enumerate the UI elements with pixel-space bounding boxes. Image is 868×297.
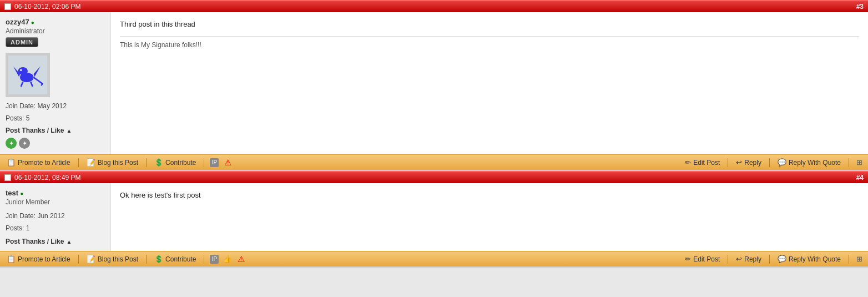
post4-reply-icon: ↩ [736, 255, 742, 263]
post-4-user-meta: Join Date: Jun 2012 Posts: 1 [6, 210, 105, 234]
post-3-header-left: 06-10-2012, 02:06 PM [4, 3, 80, 11]
post-3-multipost-icon[interactable]: ⊞ [855, 158, 864, 167]
blog-icon: 📝 [87, 158, 95, 167]
post-3-content: Third post in this thread This is My Sig… [111, 12, 868, 154]
post-3-actions-left: 📋 Promote to Article 📝 Blog this Post 💲 … [4, 157, 232, 168]
post-3-signature: This is My Signature folks!!! [120, 36, 859, 49]
post-3-join-label: Join Date: [6, 102, 36, 110]
post-3-thanks-gray-icon[interactable]: ✦ [19, 138, 30, 149]
sep7 [78, 255, 79, 264]
post4-reply-quote-icon: 💬 [778, 255, 786, 263]
post-3-ip-icon[interactable]: IP [210, 158, 219, 167]
post-4-warn-icon[interactable]: ⚠ [236, 255, 245, 264]
sep5 [769, 158, 770, 167]
post-3-posts-label: Posts: [6, 114, 24, 122]
post-4-contribute-button[interactable]: 💲 Contribute [152, 254, 198, 264]
promote-icon: 📋 [7, 158, 16, 167]
post-4-blog-button[interactable]: 📝 Blog this Post [84, 254, 140, 264]
sep1 [78, 158, 79, 167]
post-3-user-role: Administrator [6, 27, 105, 35]
post-4-body: test Junior Member Join Date: Jun 2012 P… [0, 183, 868, 251]
post-3-thanks-arrow-icon: ▲ [66, 128, 72, 134]
post-3-text: Third post in this thread [120, 19, 859, 31]
post-4-user-role: Junior Member [6, 198, 105, 206]
post-4-header-left: 06-10-2012, 08:49 PM [4, 174, 80, 182]
post-4-header: 06-10-2012, 08:49 PM #4 [0, 171, 868, 183]
post-4-posts-label: Posts: [6, 224, 24, 232]
post-3-join-date: May 2012 [37, 102, 67, 110]
post-4-date: 06-10-2012, 08:49 PM [14, 174, 80, 182]
post-4-promote-button[interactable]: 📋 Promote to Article [4, 254, 73, 264]
post-3-action-bar: 📋 Promote to Article 📝 Blog this Post 💲 … [0, 154, 868, 170]
sep8 [146, 255, 147, 264]
post-3-header: 06-10-2012, 02:06 PM #3 [0, 0, 868, 12]
post-4-multipost-icon[interactable]: ⊞ [855, 255, 864, 264]
post-3-warn-icon[interactable]: ⚠ [223, 158, 232, 167]
post-3-posts-count: 5 [26, 114, 30, 122]
post-4-posts-count: 1 [26, 224, 30, 232]
post-4-content: Ok here is test's first post [111, 183, 868, 251]
post-4-username[interactable]: test [6, 189, 105, 197]
sep10 [728, 255, 728, 264]
post-3-user-sidebar: ozzy47 Administrator ADMIN [0, 12, 111, 154]
svg-point-8 [20, 69, 22, 72]
post-3-body: ozzy47 Administrator ADMIN [0, 12, 868, 154]
post-3-user-meta: Join Date: May 2012 Posts: 5 [6, 100, 105, 124]
post-4-reply-quote-button[interactable]: 💬 Reply With Quote [775, 254, 843, 264]
post-4-user-sidebar: test Junior Member Join Date: Jun 2012 P… [0, 183, 111, 251]
post-3-reply-button[interactable]: ↩ Reply [734, 157, 764, 168]
post-4-wrapper: 06-10-2012, 08:49 PM #4 test Junior Memb… [0, 171, 868, 268]
post-4-number: #4 [856, 174, 864, 182]
post-4-thanks-arrow-icon: ▲ [66, 239, 72, 245]
post-3-contribute-button[interactable]: 💲 Contribute [152, 157, 198, 168]
post-4-edit-button[interactable]: ✏ Edit Post [683, 254, 722, 264]
post-3-post-thanks: Post Thanks / Like ▲ [6, 127, 105, 134]
post-3-actions-right: ✏ Edit Post ↩ Reply 💬 Reply With Quote ⊞ [683, 157, 864, 168]
contribute-icon: 💲 [154, 158, 163, 167]
reply-quote-icon: 💬 [778, 158, 786, 167]
post-4-ip-icon[interactable]: IP [210, 255, 219, 264]
post4-blog-icon: 📝 [87, 255, 95, 263]
post4-edit-icon: ✏ [685, 255, 691, 263]
post-3-avatar [6, 53, 50, 97]
post-3-reply-quote-button[interactable]: 💬 Reply With Quote [775, 157, 843, 168]
sep12 [849, 255, 849, 264]
post-3-thanks-icons: ✦ ✦ [6, 138, 105, 149]
post-4-join-date: Jun 2012 [37, 212, 64, 220]
post-4-actions-left: 📋 Promote to Article 📝 Blog this Post 💲 … [4, 254, 245, 264]
post-3-number: #3 [856, 3, 864, 11]
post-4-join-label: Join Date: [6, 212, 36, 220]
sep4 [728, 158, 728, 167]
sep11 [769, 255, 770, 264]
post-4-checkbox[interactable] [4, 174, 11, 181]
post-4-text: Ok here is test's first post [120, 190, 859, 202]
sep3 [204, 158, 204, 167]
sep9 [204, 255, 204, 264]
post-3-date: 06-10-2012, 02:06 PM [14, 3, 80, 11]
sep6 [849, 158, 849, 167]
post4-contribute-icon: 💲 [154, 255, 163, 263]
post-4-actions-right: ✏ Edit Post ↩ Reply 💬 Reply With Quote ⊞ [683, 254, 864, 264]
post-4-action-bar: 📋 Promote to Article 📝 Blog this Post 💲 … [0, 251, 868, 266]
post-3-wrapper: 06-10-2012, 02:06 PM #3 ozzy47 Administr… [0, 0, 868, 171]
post-4-thumbs-icon[interactable]: 👍 [223, 255, 232, 264]
post4-promote-icon: 📋 [7, 255, 16, 263]
post-4-post-thanks: Post Thanks / Like ▲ [6, 238, 105, 245]
post-3-promote-button[interactable]: 📋 Promote to Article [4, 157, 73, 168]
post-4-reply-button[interactable]: ↩ Reply [734, 254, 764, 264]
post-3-admin-badge: ADMIN [6, 37, 38, 47]
post-3-blog-button[interactable]: 📝 Blog this Post [84, 157, 140, 168]
reply-icon: ↩ [736, 158, 742, 167]
post-3-username[interactable]: ozzy47 [6, 18, 105, 26]
edit-icon: ✏ [685, 158, 691, 167]
post-3-thanks-green-icon[interactable]: ✦ [6, 138, 17, 149]
post-3-edit-button[interactable]: ✏ Edit Post [683, 157, 722, 168]
sep2 [146, 158, 147, 167]
post-3-checkbox[interactable] [4, 3, 11, 10]
